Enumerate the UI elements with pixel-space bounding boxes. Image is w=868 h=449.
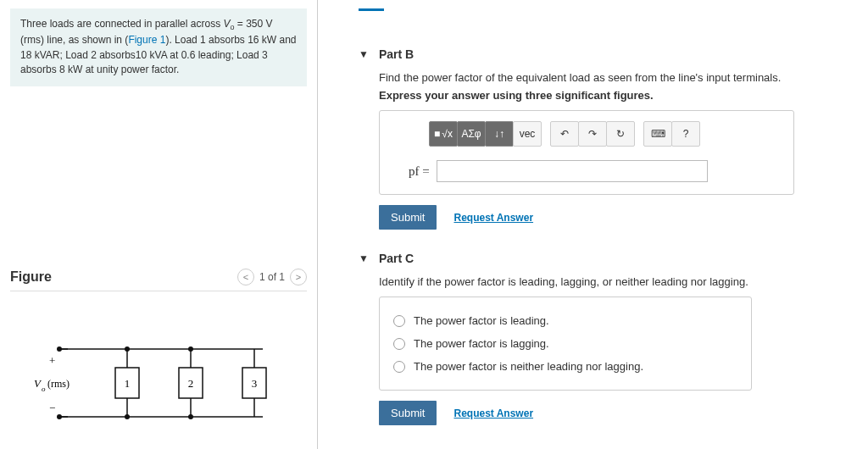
figure-counter: 1 of 1 [259, 271, 285, 283]
part-c-title: Part C [379, 252, 414, 265]
part-b-body: Find the power factor of the equivalent … [379, 71, 851, 230]
vec-button[interactable]: vec [513, 121, 542, 147]
reset-button[interactable]: ↻ [606, 121, 635, 147]
figure-header: Figure < 1 of 1 > [10, 269, 307, 291]
circuit-svg: 1 2 3 + − V o (rms) [34, 332, 280, 434]
part-c-request-answer-link[interactable]: Request Answer [453, 407, 533, 419]
section-marker [359, 8, 851, 32]
svg-text:o: o [42, 385, 46, 393]
redo-button[interactable]: ↷ [578, 121, 607, 147]
part-c-body: Identify if the power factor is leading,… [379, 275, 851, 425]
right-panel: ▼ Part B Find the power factor of the eq… [318, 0, 868, 449]
part-b-submit-button[interactable]: Submit [379, 205, 437, 230]
caret-down-icon: ▼ [359, 48, 369, 60]
option-leading[interactable]: The power factor is leading. [393, 309, 737, 332]
caret-down-icon: ▼ [359, 252, 369, 264]
option-label: The power factor is neither leading nor … [414, 360, 643, 373]
figure-prev-button[interactable]: < [237, 269, 254, 285]
part-b-answer-box: ■√x ΑΣφ ↓↑ vec ↶ ↷ ↻ ⌨ ? pf = [379, 110, 794, 195]
equation-toolbar: ■√x ΑΣφ ↓↑ vec ↶ ↷ ↻ ⌨ ? [429, 121, 783, 147]
circuit-diagram: 1 2 3 + − V o (rms) [34, 332, 307, 436]
part-b-request-answer-link[interactable]: Request Answer [453, 212, 533, 224]
option-label: The power factor is lagging. [414, 337, 549, 350]
svg-text:2: 2 [188, 377, 194, 390]
figure-title: Figure [10, 269, 52, 285]
answer-label: pf = [409, 164, 430, 179]
undo-button[interactable]: ↶ [550, 121, 579, 147]
figure-nav: < 1 of 1 > [237, 269, 307, 285]
part-c-options-box: The power factor is leading. The power f… [379, 297, 752, 391]
part-b-prompt2: Express your answer using three signific… [379, 89, 851, 102]
part-c-prompt: Identify if the power factor is leading,… [379, 275, 851, 288]
svg-text:+: + [49, 354, 55, 367]
radio-icon[interactable] [393, 315, 405, 327]
pf-input[interactable] [437, 160, 708, 182]
part-c-header[interactable]: ▼ Part C [359, 252, 851, 265]
option-lagging[interactable]: The power factor is lagging. [393, 332, 737, 355]
part-b-header[interactable]: ▼ Part B [359, 47, 851, 61]
arrows-button[interactable]: ↓↑ [485, 121, 514, 147]
option-label: The power factor is leading. [414, 314, 549, 327]
svg-text:(rms): (rms) [47, 378, 70, 390]
greek-button[interactable]: ΑΣφ [457, 121, 486, 147]
figure-next-button[interactable]: > [290, 269, 307, 285]
problem-statement: Three loads are connected in parallel ac… [10, 8, 307, 86]
svg-text:1: 1 [125, 377, 131, 390]
templates-button[interactable]: ■√x [429, 121, 458, 147]
radio-icon[interactable] [393, 361, 405, 373]
left-panel: Three loads are connected in parallel ac… [0, 0, 318, 449]
part-b-title: Part B [379, 47, 414, 61]
help-button[interactable]: ? [671, 121, 700, 147]
keyboard-button[interactable]: ⌨ [643, 121, 672, 147]
part-c-submit-button[interactable]: Submit [379, 401, 437, 425]
svg-text:3: 3 [252, 377, 258, 390]
svg-text:−: − [49, 402, 55, 414]
radio-icon[interactable] [393, 338, 405, 350]
option-neither[interactable]: The power factor is neither leading nor … [393, 355, 737, 378]
part-b-prompt1: Find the power factor of the equivalent … [379, 71, 851, 84]
